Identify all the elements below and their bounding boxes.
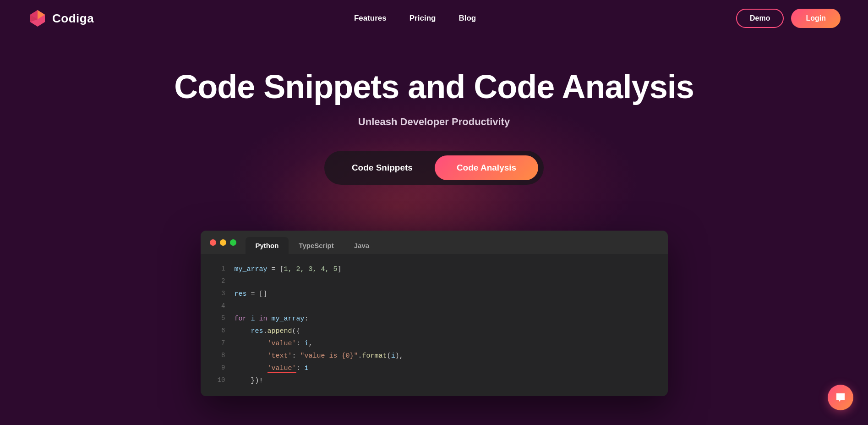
logo[interactable]: Codiga — [27, 8, 94, 28]
cta-buttons: Code Snippets Code Analysis — [324, 151, 544, 185]
code-line: 8 'text': "value is {0}".format(i), — [201, 350, 668, 362]
code-line: 3 res = [] — [201, 288, 668, 300]
code-line: 6 res.append({ — [201, 325, 668, 337]
code-line: 5 for i in my_array: — [201, 313, 668, 325]
logo-text: Codiga — [52, 11, 94, 26]
code-analysis-button[interactable]: Code Analysis — [435, 155, 538, 180]
code-line: 2 — [201, 276, 668, 288]
tab-typescript[interactable]: TypeScript — [289, 237, 344, 254]
chat-button[interactable] — [828, 385, 853, 410]
navbar: Codiga Features Pricing Blog Demo Login — [0, 0, 868, 37]
code-titlebar: Python TypeScript Java — [201, 231, 668, 254]
nav-buttons: Demo Login — [736, 9, 841, 28]
nav-link-pricing[interactable]: Pricing — [409, 14, 436, 23]
nav-links: Features Pricing Blog — [354, 14, 476, 23]
minimize-dot — [220, 239, 226, 246]
code-line: 7 'value': i, — [201, 337, 668, 350]
hero-title: Code Snippets and Code Analysis — [9, 69, 859, 105]
code-line: 1 my_array = [1, 2, 3, 4, 5] — [201, 263, 668, 276]
code-line: 9 'value': i — [201, 362, 668, 375]
hero-section: Code Snippets and Code Analysis Unleash … — [0, 37, 868, 231]
login-button[interactable]: Login — [791, 9, 841, 28]
hero-subtitle: Unleash Developer Productivity — [9, 116, 859, 128]
code-line: 4 — [201, 300, 668, 313]
code-window: Python TypeScript Java 1 my_array = [1, … — [201, 231, 668, 396]
tab-java[interactable]: Java — [344, 237, 379, 254]
traffic-lights — [210, 239, 236, 252]
nav-link-features[interactable]: Features — [354, 14, 387, 23]
code-tabs: Python TypeScript Java — [246, 237, 380, 254]
code-snippets-button[interactable]: Code Snippets — [330, 155, 435, 180]
code-line: 10 })! — [201, 375, 668, 387]
close-dot — [210, 239, 216, 246]
code-body: 1 my_array = [1, 2, 3, 4, 5] 2 3 res = [… — [201, 254, 668, 396]
logo-icon — [27, 8, 48, 28]
chat-icon — [835, 392, 846, 403]
tab-python[interactable]: Python — [246, 237, 289, 254]
demo-button[interactable]: Demo — [736, 9, 784, 28]
maximize-dot — [230, 239, 236, 246]
nav-link-blog[interactable]: Blog — [459, 14, 476, 23]
